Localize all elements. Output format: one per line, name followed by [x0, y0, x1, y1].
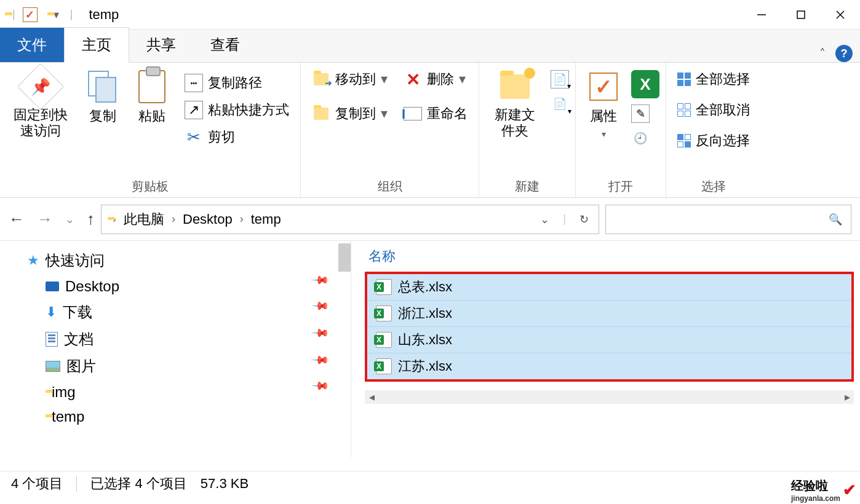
up-button[interactable]: ↑ — [87, 210, 95, 229]
rename-label: 重命名 — [427, 104, 468, 123]
scroll-right-icon[interactable]: ▸ — [840, 390, 854, 404]
tab-view[interactable]: 查看 — [193, 28, 257, 62]
paste-label: 粘贴 — [138, 107, 165, 125]
sidebar-item-pictures[interactable]: 图片 📌 — [25, 353, 346, 380]
status-selected: 已选择 4 个项目 — [90, 474, 186, 493]
refresh-icon[interactable]: ↻ — [579, 213, 589, 226]
select-all-button[interactable]: 全部选择 — [672, 66, 755, 92]
scroll-left-icon[interactable]: ◂ — [365, 390, 378, 404]
download-icon: ⬇ — [46, 304, 57, 320]
statusbar: 4 个项目 已选择 4 个项目 57.3 KB — [0, 471, 860, 495]
history-icon[interactable]: 🕘 — [631, 129, 650, 148]
rename-button[interactable]: 重命名 — [399, 101, 472, 127]
properties-button[interactable]: 属性 ▾ — [582, 66, 625, 143]
ribbon-group-organize: ➜ 移动到 ▾ 复制到 ▾ ✕ 删除 ▾ 重命名 — [301, 63, 479, 197]
crumb-this-pc[interactable]: 此电脑 — [121, 210, 167, 229]
pictures-label: 图片 — [66, 356, 96, 376]
invert-icon — [677, 134, 691, 148]
copy-path-button[interactable]: ••• 复制路径 — [180, 70, 294, 96]
sidebar-item-temp[interactable]: temp — [25, 404, 346, 429]
tab-file[interactable]: 文件 — [0, 28, 64, 62]
desktop-label: Desktop — [65, 278, 119, 295]
rename-icon — [404, 104, 422, 123]
delete-button[interactable]: ✕ 删除 ▾ — [399, 66, 472, 92]
cut-button[interactable]: ✂ 剪切 — [180, 124, 294, 150]
chevron-down-icon: ▾ — [381, 106, 388, 122]
invert-selection-button[interactable]: 反向选择 — [672, 128, 755, 154]
crumb-desktop[interactable]: Desktop — [180, 211, 235, 227]
forward-button[interactable]: → — [37, 210, 53, 229]
move-to-label: 移动到 — [335, 70, 376, 89]
new-folder-button[interactable]: 新建文件夹 — [485, 66, 544, 143]
group-organize-label: 组织 — [307, 176, 472, 195]
navigation-bar: ← → ⌄ ↑ › 此电脑 › Desktop › temp ⌄ | ↻ 🔍 — [0, 198, 860, 241]
crumb-temp[interactable]: temp — [249, 211, 284, 227]
watermark-check-icon: ✔ — [843, 481, 856, 500]
recent-dropdown-icon[interactable]: ⌄ — [65, 213, 74, 226]
check-icon: ✓ — [23, 7, 38, 22]
copy-to-button[interactable]: 复制到 ▾ — [307, 101, 392, 127]
copy-path-label: 复制路径 — [208, 74, 262, 92]
search-icon: 🔍 — [829, 213, 842, 226]
copy-button[interactable]: 复制 — [81, 66, 124, 129]
address-bar[interactable]: › 此电脑 › Desktop › temp ⌄ | ↻ — [101, 205, 599, 234]
open-excel-icon[interactable]: X — [631, 70, 659, 98]
collapse-ribbon-icon[interactable]: ˄ — [819, 46, 826, 61]
svg-rect-1 — [797, 11, 805, 18]
nav-sidebar: ★ 快速访问 Desktop 📌 ⬇ 下载 📌 文档 📌 图片 📌 img 📌 — [0, 241, 351, 457]
select-all-label: 全部选择 — [696, 70, 750, 89]
new-folder-label: 新建文件夹 — [490, 107, 539, 140]
ribbon: 📌 固定到快速访问 复制 粘贴 ••• 复制路径 ↗ 粘贴快捷方式 — [0, 63, 860, 198]
edit-icon[interactable]: ✎ — [631, 104, 650, 123]
sidebar-item-quick-access[interactable]: ★ 快速访问 — [25, 247, 346, 274]
tab-share[interactable]: 共享 — [129, 28, 193, 62]
img-label: img — [52, 384, 76, 401]
pin-label: 固定到快速访问 — [11, 107, 70, 140]
pin-icon: 📌 — [311, 376, 343, 408]
back-button[interactable]: ← — [9, 210, 25, 229]
close-button[interactable] — [821, 0, 860, 30]
scissors-icon: ✂ — [185, 128, 203, 146]
paste-shortcut-button[interactable]: ↗ 粘贴快捷方式 — [180, 97, 294, 123]
delete-icon: ✕ — [404, 70, 422, 89]
horizontal-scrollbar[interactable]: ◂ ▸ — [365, 390, 854, 404]
easy-access-icon[interactable]: 📄▾ — [551, 95, 569, 113]
column-header-name[interactable]: 名称 — [351, 241, 860, 272]
tab-home[interactable]: 主页 — [64, 27, 129, 63]
addr-dropdown-icon[interactable]: ⌄ — [540, 213, 549, 226]
cut-label: 剪切 — [208, 128, 235, 146]
document-icon — [46, 332, 58, 347]
pin-icon: 📌 — [311, 350, 343, 382]
copy-label: 复制 — [89, 107, 116, 125]
search-input[interactable]: 🔍 — [605, 205, 851, 234]
help-icon[interactable]: ? — [835, 45, 853, 62]
crumb-sep: › — [172, 213, 175, 226]
minimize-button[interactable] — [742, 0, 781, 30]
select-none-button[interactable]: 全部取消 — [672, 97, 755, 123]
maximize-button[interactable] — [781, 0, 821, 30]
file-row[interactable]: 总表.xlsx — [367, 274, 851, 301]
group-clipboard-label: 剪贴板 — [6, 176, 294, 195]
file-selection-highlight: 总表.xlsx 浙江.xlsx 山东.xlsx 江苏.xlsx — [365, 272, 854, 382]
sidebar-item-desktop[interactable]: Desktop 📌 — [25, 274, 346, 299]
sidebar-scrollbar[interactable] — [338, 243, 351, 272]
new-item-icon[interactable]: 📄▾ — [551, 70, 569, 89]
sidebar-item-downloads[interactable]: ⬇ 下载 📌 — [25, 299, 346, 326]
invert-label: 反向选择 — [696, 132, 750, 150]
file-row[interactable]: 山东.xlsx — [367, 327, 851, 353]
chevron-down-icon: ▾ — [381, 71, 388, 87]
pin-to-quick-access-button[interactable]: 📌 固定到快速访问 — [6, 66, 75, 143]
sidebar-item-img[interactable]: img 📌 — [25, 380, 346, 404]
copy-icon — [86, 70, 119, 103]
chevron-down-icon: ▾ — [602, 129, 606, 139]
pin-icon: 📌 — [311, 270, 343, 302]
copy-to-icon — [312, 104, 330, 123]
move-to-button[interactable]: ➜ 移动到 ▾ — [307, 66, 392, 92]
pin-icon: 📌 — [311, 296, 343, 328]
paste-button[interactable]: 粘贴 — [130, 66, 173, 129]
file-row[interactable]: 江苏.xlsx — [367, 353, 851, 379]
select-none-icon — [677, 103, 691, 117]
file-row[interactable]: 浙江.xlsx — [367, 301, 851, 327]
crumb-sep: › — [240, 213, 244, 226]
sidebar-item-documents[interactable]: 文档 📌 — [25, 326, 346, 353]
